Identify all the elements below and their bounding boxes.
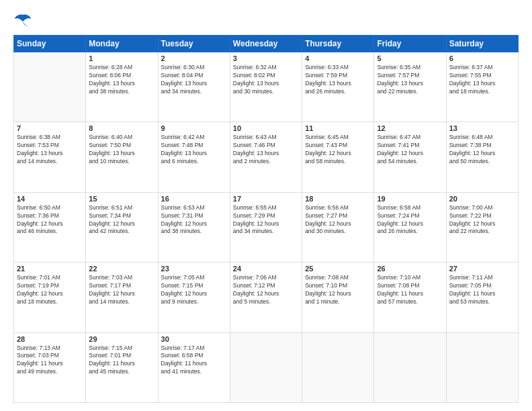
calendar-cell: 21Sunrise: 7:01 AM Sunset: 7:19 PM Dayli… xyxy=(14,263,86,332)
day-info: Sunrise: 6:42 AM Sunset: 7:48 PM Dayligh… xyxy=(161,134,227,166)
day-number: 16 xyxy=(161,195,227,203)
day-number: 6 xyxy=(449,54,515,62)
calendar-cell xyxy=(446,332,518,402)
day-info: Sunrise: 7:11 AM Sunset: 7:05 PM Dayligh… xyxy=(449,274,515,306)
day-number: 29 xyxy=(89,335,154,343)
day-info: Sunrise: 6:56 AM Sunset: 7:27 PM Dayligh… xyxy=(305,204,371,236)
day-info: Sunrise: 6:28 AM Sunset: 8:06 PM Dayligh… xyxy=(89,64,154,96)
day-info: Sunrise: 7:05 AM Sunset: 7:15 PM Dayligh… xyxy=(161,274,227,306)
weekday-header-saturday: Saturday xyxy=(446,36,518,52)
calendar-cell: 10Sunrise: 6:43 AM Sunset: 7:46 PM Dayli… xyxy=(230,122,302,192)
day-info: Sunrise: 6:47 AM Sunset: 7:41 PM Dayligh… xyxy=(377,134,443,166)
calendar-cell: 9Sunrise: 6:42 AM Sunset: 7:48 PM Daylig… xyxy=(158,122,230,192)
day-number: 5 xyxy=(377,54,443,62)
day-number: 15 xyxy=(89,195,154,203)
day-number: 30 xyxy=(161,335,227,343)
day-info: Sunrise: 7:10 AM Sunset: 7:08 PM Dayligh… xyxy=(377,274,443,306)
week-row-3: 14Sunrise: 6:50 AM Sunset: 7:36 PM Dayli… xyxy=(14,192,519,262)
day-number: 19 xyxy=(377,195,443,203)
weekday-header-friday: Friday xyxy=(374,36,446,52)
logo-icon xyxy=(13,12,32,28)
day-number: 17 xyxy=(233,195,299,203)
calendar-cell: 17Sunrise: 6:55 AM Sunset: 7:29 PM Dayli… xyxy=(230,192,302,262)
calendar-cell xyxy=(14,52,86,122)
day-info: Sunrise: 6:40 AM Sunset: 7:50 PM Dayligh… xyxy=(89,134,154,166)
week-row-4: 21Sunrise: 7:01 AM Sunset: 7:19 PM Dayli… xyxy=(14,263,519,332)
calendar-cell: 26Sunrise: 7:10 AM Sunset: 7:08 PM Dayli… xyxy=(374,263,446,332)
week-row-1: 1Sunrise: 6:28 AM Sunset: 8:06 PM Daylig… xyxy=(14,52,519,122)
calendar-table: SundayMondayTuesdayWednesdayThursdayFrid… xyxy=(13,35,519,403)
calendar-cell: 11Sunrise: 6:45 AM Sunset: 7:43 PM Dayli… xyxy=(302,122,374,192)
header xyxy=(13,12,519,28)
weekday-header-monday: Monday xyxy=(86,36,158,52)
calendar-cell: 22Sunrise: 7:03 AM Sunset: 7:17 PM Dayli… xyxy=(86,263,158,332)
day-info: Sunrise: 6:30 AM Sunset: 8:04 PM Dayligh… xyxy=(161,64,227,96)
day-info: Sunrise: 6:37 AM Sunset: 7:55 PM Dayligh… xyxy=(449,64,515,96)
calendar-cell: 12Sunrise: 6:47 AM Sunset: 7:41 PM Dayli… xyxy=(374,122,446,192)
calendar-cell: 29Sunrise: 7:15 AM Sunset: 7:01 PM Dayli… xyxy=(86,332,158,402)
calendar-cell: 28Sunrise: 7:13 AM Sunset: 7:03 PM Dayli… xyxy=(14,332,86,402)
day-info: Sunrise: 6:51 AM Sunset: 7:34 PM Dayligh… xyxy=(89,204,154,236)
page: SundayMondayTuesdayWednesdayThursdayFrid… xyxy=(0,0,532,411)
day-info: Sunrise: 6:50 AM Sunset: 7:36 PM Dayligh… xyxy=(17,204,83,236)
day-number: 11 xyxy=(305,124,371,132)
weekday-header-thursday: Thursday xyxy=(302,36,374,52)
day-info: Sunrise: 7:13 AM Sunset: 7:03 PM Dayligh… xyxy=(17,345,83,377)
day-number: 7 xyxy=(17,124,83,132)
day-info: Sunrise: 6:43 AM Sunset: 7:46 PM Dayligh… xyxy=(233,134,299,166)
calendar-cell: 7Sunrise: 6:38 AM Sunset: 7:53 PM Daylig… xyxy=(14,122,86,192)
day-info: Sunrise: 7:03 AM Sunset: 7:17 PM Dayligh… xyxy=(89,274,154,306)
day-number: 1 xyxy=(89,54,154,62)
day-info: Sunrise: 7:00 AM Sunset: 7:22 PM Dayligh… xyxy=(449,204,515,236)
day-info: Sunrise: 7:01 AM Sunset: 7:19 PM Dayligh… xyxy=(17,274,83,306)
day-number: 25 xyxy=(305,265,371,273)
day-info: Sunrise: 6:38 AM Sunset: 7:53 PM Dayligh… xyxy=(17,134,83,166)
calendar-cell: 16Sunrise: 6:53 AM Sunset: 7:31 PM Dayli… xyxy=(158,192,230,262)
calendar-cell xyxy=(302,332,374,402)
day-info: Sunrise: 6:45 AM Sunset: 7:43 PM Dayligh… xyxy=(305,134,371,166)
calendar-cell: 14Sunrise: 6:50 AM Sunset: 7:36 PM Dayli… xyxy=(14,192,86,262)
calendar-cell xyxy=(230,332,302,402)
day-info: Sunrise: 6:53 AM Sunset: 7:31 PM Dayligh… xyxy=(161,204,227,236)
weekday-header-row: SundayMondayTuesdayWednesdayThursdayFrid… xyxy=(14,36,519,52)
calendar-cell: 1Sunrise: 6:28 AM Sunset: 8:06 PM Daylig… xyxy=(86,52,158,122)
calendar-cell: 27Sunrise: 7:11 AM Sunset: 7:05 PM Dayli… xyxy=(446,263,518,332)
day-number: 21 xyxy=(17,265,83,273)
day-info: Sunrise: 6:35 AM Sunset: 7:57 PM Dayligh… xyxy=(377,64,443,96)
calendar-cell: 18Sunrise: 6:56 AM Sunset: 7:27 PM Dayli… xyxy=(302,192,374,262)
day-number: 4 xyxy=(305,54,371,62)
calendar-cell: 13Sunrise: 6:48 AM Sunset: 7:38 PM Dayli… xyxy=(446,122,518,192)
calendar-cell: 25Sunrise: 7:08 AM Sunset: 7:10 PM Dayli… xyxy=(302,263,374,332)
calendar-cell: 30Sunrise: 7:17 AM Sunset: 6:58 PM Dayli… xyxy=(158,332,230,402)
calendar-cell: 23Sunrise: 7:05 AM Sunset: 7:15 PM Dayli… xyxy=(158,263,230,332)
day-number: 14 xyxy=(17,195,83,203)
day-number: 23 xyxy=(161,265,227,273)
calendar-cell: 5Sunrise: 6:35 AM Sunset: 7:57 PM Daylig… xyxy=(374,52,446,122)
calendar-cell: 19Sunrise: 6:58 AM Sunset: 7:24 PM Dayli… xyxy=(374,192,446,262)
calendar-cell: 8Sunrise: 6:40 AM Sunset: 7:50 PM Daylig… xyxy=(86,122,158,192)
day-number: 12 xyxy=(377,124,443,132)
weekday-header-sunday: Sunday xyxy=(14,36,86,52)
day-number: 27 xyxy=(449,265,515,273)
calendar-cell xyxy=(374,332,446,402)
day-info: Sunrise: 6:48 AM Sunset: 7:38 PM Dayligh… xyxy=(449,134,515,166)
day-number: 18 xyxy=(305,195,371,203)
day-info: Sunrise: 7:15 AM Sunset: 7:01 PM Dayligh… xyxy=(89,345,154,377)
calendar-cell: 6Sunrise: 6:37 AM Sunset: 7:55 PM Daylig… xyxy=(446,52,518,122)
day-info: Sunrise: 6:32 AM Sunset: 8:02 PM Dayligh… xyxy=(233,64,299,96)
day-info: Sunrise: 7:06 AM Sunset: 7:12 PM Dayligh… xyxy=(233,274,299,306)
day-info: Sunrise: 6:33 AM Sunset: 7:59 PM Dayligh… xyxy=(305,64,371,96)
calendar-cell: 24Sunrise: 7:06 AM Sunset: 7:12 PM Dayli… xyxy=(230,263,302,332)
week-row-5: 28Sunrise: 7:13 AM Sunset: 7:03 PM Dayli… xyxy=(14,332,519,402)
day-number: 8 xyxy=(89,124,154,132)
day-number: 3 xyxy=(233,54,299,62)
day-number: 20 xyxy=(449,195,515,203)
day-info: Sunrise: 7:17 AM Sunset: 6:58 PM Dayligh… xyxy=(161,345,227,377)
weekday-header-wednesday: Wednesday xyxy=(230,36,302,52)
day-info: Sunrise: 6:55 AM Sunset: 7:29 PM Dayligh… xyxy=(233,204,299,236)
day-number: 28 xyxy=(17,335,83,343)
calendar-cell: 2Sunrise: 6:30 AM Sunset: 8:04 PM Daylig… xyxy=(158,52,230,122)
day-number: 2 xyxy=(161,54,227,62)
calendar-cell: 15Sunrise: 6:51 AM Sunset: 7:34 PM Dayli… xyxy=(86,192,158,262)
day-number: 13 xyxy=(449,124,515,132)
